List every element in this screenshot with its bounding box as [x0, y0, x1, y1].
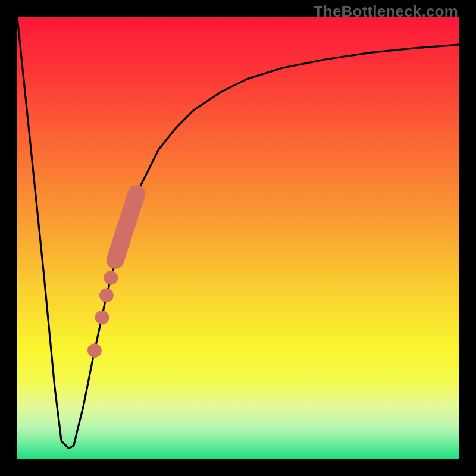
- chart-svg: [17, 17, 459, 459]
- marker-dot: [104, 271, 118, 285]
- marker-dot: [87, 343, 102, 358]
- plot-area: [17, 17, 459, 459]
- marker-dot: [95, 311, 109, 325]
- watermark-text: TheBottleneck.com: [314, 2, 458, 21]
- marker-dot: [99, 289, 114, 303]
